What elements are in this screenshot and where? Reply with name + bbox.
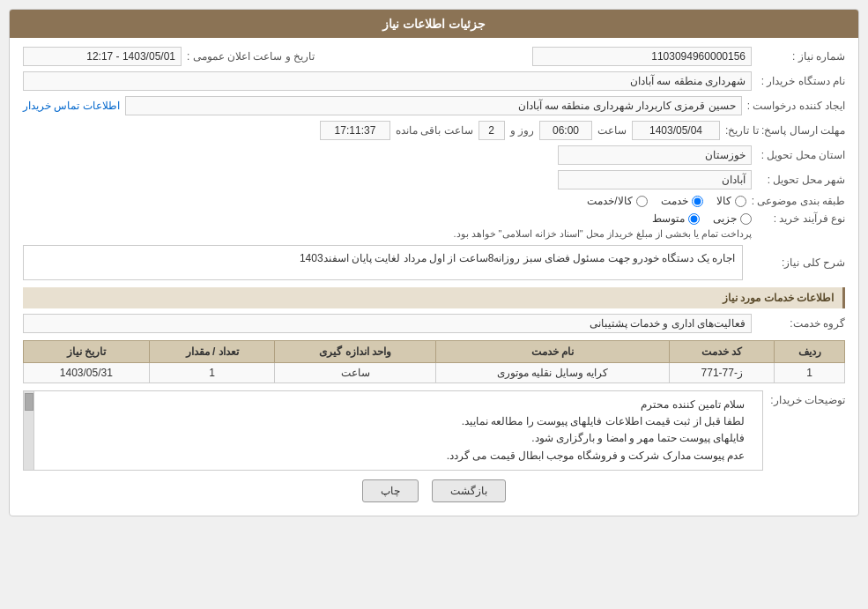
services-table-section: ردیف کد خدمت نام خدمت واحد اندازه گیری ت…	[23, 340, 845, 383]
farayand-jazyi-item[interactable]: جزیی	[713, 212, 752, 225]
farayand-motavasset-item[interactable]: متوسط	[652, 212, 700, 225]
tabaqe-kala-khadamat-item[interactable]: کالا/خدمت	[587, 195, 647, 207]
farayand-motavasset-radio[interactable]	[688, 213, 700, 225]
farayand-jazyi-radio[interactable]	[740, 213, 752, 225]
shahr-value: آبادان	[558, 170, 752, 189]
tabaqe-label: طبقه بندی موضوعی :	[752, 195, 845, 207]
tarikho-label: تاریخ و ساعت اعلان عمومی :	[187, 50, 315, 63]
page-header: جزئیات اطلاعات نیاز	[10, 10, 858, 38]
roz-value: 2	[479, 121, 505, 140]
tabaqe-khadamat-radio[interactable]	[692, 196, 703, 207]
tabaqe-kala-label: کالا	[716, 195, 731, 207]
saat-value: 06:00	[539, 121, 592, 140]
farayand-motavasset-label: متوسط	[652, 212, 685, 225]
saat-label: ساعت	[597, 124, 627, 137]
ostan-value: خوزستان	[558, 145, 752, 165]
sharh-koli-value: اجاره یک دستگاه خودرو جهت مسئول فضای سبز…	[23, 245, 743, 280]
col-kod: کد خدمت	[670, 341, 775, 363]
group-value: فعالیت‌های اداری و خدمات پشتیبانی	[23, 314, 752, 333]
farayand-desc: پرداخت تمام یا بخشی از مبلغ خریداز محل "…	[23, 228, 752, 240]
col-tedad: تعداد / مقدار	[149, 341, 275, 363]
roz-label: روز و	[510, 124, 534, 137]
button-row: بازگشت چاپ	[23, 479, 845, 502]
tabaqe-kala-item[interactable]: کالا	[716, 195, 746, 207]
ettelaat-tamas-link[interactable]: اطلاعات تماس خریدار	[23, 100, 120, 112]
table-row: 1ز-77-771کرایه وسایل نقلیه موتوریساعت114…	[24, 363, 845, 383]
scrollbar[interactable]	[24, 391, 34, 470]
tabaqe-kala-khadamat-radio[interactable]	[636, 196, 648, 207]
tarikho-value: 1403/05/01 - 12:17	[23, 47, 182, 66]
sharh-koli-label: شرح کلی نیاز:	[748, 256, 845, 269]
col-nam: نام خدمت	[436, 341, 670, 363]
scroll-thumb	[25, 393, 33, 411]
col-vahed: واحد اندازه گیری	[275, 341, 436, 363]
tousehat-label: توضیحات خریدار:	[770, 390, 845, 406]
ijad-konande-label: ایجاد کننده درخواست :	[747, 100, 845, 112]
farayand-jazyi-label: جزیی	[713, 212, 737, 225]
shahr-label: شهر محل تحویل :	[757, 174, 845, 186]
col-radif: ردیف	[775, 341, 845, 363]
print-button[interactable]: چاپ	[362, 479, 419, 502]
tarikh-value: 1403/05/04	[632, 121, 720, 140]
tabaqe-radio-group: کالا خدمت کالا/خدمت	[587, 195, 746, 207]
shomare-niaz-label: شماره نیاز :	[757, 50, 845, 63]
tousehat-content: سلام تامین کننده محترملطفا قبل از ثبت قی…	[29, 397, 745, 464]
ettelaat-section-title: اطلاعات خدمات مورد نیاز	[23, 287, 845, 308]
ijad-konande-value: حسین قرمزی کاربردار شهرداری منطقه سه آبا…	[125, 96, 742, 115]
baqi-mande-value: 17:11:37	[320, 121, 390, 140]
mohlat-label: مهلت ارسال پاسخ: تا تاریخ:	[725, 124, 845, 137]
tousehat-section: توضیحات خریدار: سلام تامین کننده محترملط…	[23, 390, 845, 471]
group-label: گروه خدمت:	[757, 317, 845, 330]
tabaqe-khadamat-item[interactable]: خدمت	[661, 195, 703, 207]
tousehat-box: سلام تامین کننده محترملطفا قبل از ثبت قی…	[23, 390, 763, 471]
page-title: جزئیات اطلاعات نیاز	[382, 17, 486, 31]
tabaqe-khadamat-label: خدمت	[661, 195, 688, 207]
noe-farayand-label: نوع فرآیند خرید :	[757, 212, 845, 225]
col-tarikh: تاریخ نیاز	[24, 341, 150, 363]
ostan-label: استان محل تحویل :	[757, 149, 845, 161]
services-table: ردیف کد خدمت نام خدمت واحد اندازه گیری ت…	[23, 340, 845, 383]
back-button[interactable]: بازگشت	[432, 479, 506, 502]
baqi-mande-label: ساعت باقی مانده	[396, 124, 473, 137]
nam-dastgah-value: شهرداری منطقه سه آبادان	[23, 71, 752, 91]
tabaqe-kala-khadamat-label: کالا/خدمت	[587, 195, 632, 207]
tabaqe-kala-radio[interactable]	[735, 196, 746, 207]
nam-dastgah-label: نام دستگاه خریدار :	[757, 75, 845, 87]
shomare-niaz-value: 1103094960000156	[532, 47, 752, 66]
